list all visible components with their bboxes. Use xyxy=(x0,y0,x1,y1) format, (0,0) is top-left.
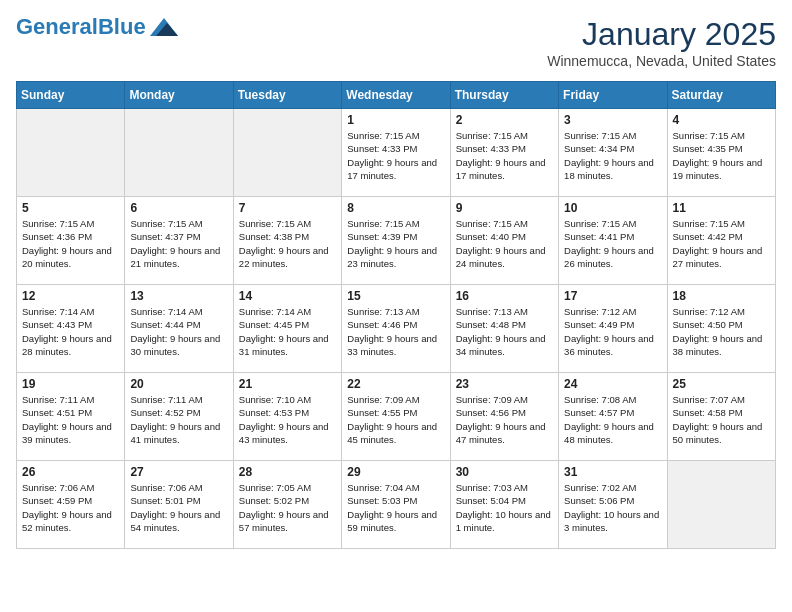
week-row-1: 1Sunrise: 7:15 AMSunset: 4:33 PMDaylight… xyxy=(17,109,776,197)
day-number: 4 xyxy=(673,113,770,127)
day-number: 19 xyxy=(22,377,119,391)
month-title: January 2025 xyxy=(547,16,776,53)
calendar-cell: 25Sunrise: 7:07 AMSunset: 4:58 PMDayligh… xyxy=(667,373,775,461)
calendar-cell: 6Sunrise: 7:15 AMSunset: 4:37 PMDaylight… xyxy=(125,197,233,285)
day-info: Sunrise: 7:02 AMSunset: 5:06 PMDaylight:… xyxy=(564,481,661,534)
calendar-cell xyxy=(17,109,125,197)
calendar-body: 1Sunrise: 7:15 AMSunset: 4:33 PMDaylight… xyxy=(17,109,776,549)
calendar-cell: 14Sunrise: 7:14 AMSunset: 4:45 PMDayligh… xyxy=(233,285,341,373)
calendar-table: SundayMondayTuesdayWednesdayThursdayFrid… xyxy=(16,81,776,549)
day-number: 1 xyxy=(347,113,444,127)
day-info: Sunrise: 7:09 AMSunset: 4:56 PMDaylight:… xyxy=(456,393,553,446)
day-info: Sunrise: 7:07 AMSunset: 4:58 PMDaylight:… xyxy=(673,393,770,446)
page-header: GeneralBlue January 2025 Winnemucca, Nev… xyxy=(16,16,776,69)
day-number: 11 xyxy=(673,201,770,215)
day-number: 31 xyxy=(564,465,661,479)
day-number: 26 xyxy=(22,465,119,479)
day-number: 16 xyxy=(456,289,553,303)
calendar-cell: 4Sunrise: 7:15 AMSunset: 4:35 PMDaylight… xyxy=(667,109,775,197)
day-number: 23 xyxy=(456,377,553,391)
calendar-cell: 21Sunrise: 7:10 AMSunset: 4:53 PMDayligh… xyxy=(233,373,341,461)
week-row-2: 5Sunrise: 7:15 AMSunset: 4:36 PMDaylight… xyxy=(17,197,776,285)
weekday-header-sunday: Sunday xyxy=(17,82,125,109)
logo-blue: Blue xyxy=(98,14,146,39)
day-number: 22 xyxy=(347,377,444,391)
calendar-cell: 7Sunrise: 7:15 AMSunset: 4:38 PMDaylight… xyxy=(233,197,341,285)
day-info: Sunrise: 7:15 AMSunset: 4:37 PMDaylight:… xyxy=(130,217,227,270)
calendar-cell: 8Sunrise: 7:15 AMSunset: 4:39 PMDaylight… xyxy=(342,197,450,285)
day-info: Sunrise: 7:15 AMSunset: 4:33 PMDaylight:… xyxy=(456,129,553,182)
header-row: SundayMondayTuesdayWednesdayThursdayFrid… xyxy=(17,82,776,109)
calendar-cell: 1Sunrise: 7:15 AMSunset: 4:33 PMDaylight… xyxy=(342,109,450,197)
calendar-cell: 26Sunrise: 7:06 AMSunset: 4:59 PMDayligh… xyxy=(17,461,125,549)
day-info: Sunrise: 7:15 AMSunset: 4:35 PMDaylight:… xyxy=(673,129,770,182)
day-info: Sunrise: 7:06 AMSunset: 4:59 PMDaylight:… xyxy=(22,481,119,534)
weekday-header-saturday: Saturday xyxy=(667,82,775,109)
day-number: 18 xyxy=(673,289,770,303)
week-row-3: 12Sunrise: 7:14 AMSunset: 4:43 PMDayligh… xyxy=(17,285,776,373)
day-info: Sunrise: 7:15 AMSunset: 4:34 PMDaylight:… xyxy=(564,129,661,182)
weekday-header-thursday: Thursday xyxy=(450,82,558,109)
calendar-cell: 31Sunrise: 7:02 AMSunset: 5:06 PMDayligh… xyxy=(559,461,667,549)
calendar-cell xyxy=(233,109,341,197)
day-number: 5 xyxy=(22,201,119,215)
day-number: 12 xyxy=(22,289,119,303)
title-block: January 2025 Winnemucca, Nevada, United … xyxy=(547,16,776,69)
day-info: Sunrise: 7:06 AMSunset: 5:01 PMDaylight:… xyxy=(130,481,227,534)
day-info: Sunrise: 7:12 AMSunset: 4:50 PMDaylight:… xyxy=(673,305,770,358)
day-number: 15 xyxy=(347,289,444,303)
day-number: 9 xyxy=(456,201,553,215)
day-number: 10 xyxy=(564,201,661,215)
week-row-4: 19Sunrise: 7:11 AMSunset: 4:51 PMDayligh… xyxy=(17,373,776,461)
calendar-cell: 2Sunrise: 7:15 AMSunset: 4:33 PMDaylight… xyxy=(450,109,558,197)
day-number: 21 xyxy=(239,377,336,391)
calendar-cell: 27Sunrise: 7:06 AMSunset: 5:01 PMDayligh… xyxy=(125,461,233,549)
day-info: Sunrise: 7:14 AMSunset: 4:45 PMDaylight:… xyxy=(239,305,336,358)
calendar-cell: 13Sunrise: 7:14 AMSunset: 4:44 PMDayligh… xyxy=(125,285,233,373)
day-info: Sunrise: 7:15 AMSunset: 4:38 PMDaylight:… xyxy=(239,217,336,270)
day-number: 28 xyxy=(239,465,336,479)
calendar-cell: 24Sunrise: 7:08 AMSunset: 4:57 PMDayligh… xyxy=(559,373,667,461)
calendar-cell: 15Sunrise: 7:13 AMSunset: 4:46 PMDayligh… xyxy=(342,285,450,373)
day-info: Sunrise: 7:04 AMSunset: 5:03 PMDaylight:… xyxy=(347,481,444,534)
calendar-cell: 20Sunrise: 7:11 AMSunset: 4:52 PMDayligh… xyxy=(125,373,233,461)
logo: GeneralBlue xyxy=(16,16,178,38)
day-info: Sunrise: 7:13 AMSunset: 4:48 PMDaylight:… xyxy=(456,305,553,358)
calendar-header: SundayMondayTuesdayWednesdayThursdayFrid… xyxy=(17,82,776,109)
calendar-cell: 22Sunrise: 7:09 AMSunset: 4:55 PMDayligh… xyxy=(342,373,450,461)
day-number: 20 xyxy=(130,377,227,391)
day-info: Sunrise: 7:15 AMSunset: 4:41 PMDaylight:… xyxy=(564,217,661,270)
calendar-cell: 16Sunrise: 7:13 AMSunset: 4:48 PMDayligh… xyxy=(450,285,558,373)
day-number: 24 xyxy=(564,377,661,391)
calendar-cell xyxy=(667,461,775,549)
day-info: Sunrise: 7:15 AMSunset: 4:39 PMDaylight:… xyxy=(347,217,444,270)
day-number: 8 xyxy=(347,201,444,215)
day-info: Sunrise: 7:05 AMSunset: 5:02 PMDaylight:… xyxy=(239,481,336,534)
day-info: Sunrise: 7:14 AMSunset: 4:43 PMDaylight:… xyxy=(22,305,119,358)
weekday-header-tuesday: Tuesday xyxy=(233,82,341,109)
day-number: 6 xyxy=(130,201,227,215)
day-info: Sunrise: 7:13 AMSunset: 4:46 PMDaylight:… xyxy=(347,305,444,358)
calendar-cell: 19Sunrise: 7:11 AMSunset: 4:51 PMDayligh… xyxy=(17,373,125,461)
day-info: Sunrise: 7:15 AMSunset: 4:40 PMDaylight:… xyxy=(456,217,553,270)
day-number: 25 xyxy=(673,377,770,391)
calendar-cell: 12Sunrise: 7:14 AMSunset: 4:43 PMDayligh… xyxy=(17,285,125,373)
calendar-cell xyxy=(125,109,233,197)
day-info: Sunrise: 7:15 AMSunset: 4:33 PMDaylight:… xyxy=(347,129,444,182)
day-info: Sunrise: 7:09 AMSunset: 4:55 PMDaylight:… xyxy=(347,393,444,446)
logo-text: GeneralBlue xyxy=(16,16,146,38)
day-number: 27 xyxy=(130,465,227,479)
calendar-cell: 18Sunrise: 7:12 AMSunset: 4:50 PMDayligh… xyxy=(667,285,775,373)
day-info: Sunrise: 7:08 AMSunset: 4:57 PMDaylight:… xyxy=(564,393,661,446)
calendar-cell: 3Sunrise: 7:15 AMSunset: 4:34 PMDaylight… xyxy=(559,109,667,197)
day-number: 7 xyxy=(239,201,336,215)
day-info: Sunrise: 7:11 AMSunset: 4:51 PMDaylight:… xyxy=(22,393,119,446)
day-info: Sunrise: 7:03 AMSunset: 5:04 PMDaylight:… xyxy=(456,481,553,534)
day-info: Sunrise: 7:12 AMSunset: 4:49 PMDaylight:… xyxy=(564,305,661,358)
day-number: 13 xyxy=(130,289,227,303)
day-info: Sunrise: 7:11 AMSunset: 4:52 PMDaylight:… xyxy=(130,393,227,446)
calendar-cell: 10Sunrise: 7:15 AMSunset: 4:41 PMDayligh… xyxy=(559,197,667,285)
calendar-cell: 5Sunrise: 7:15 AMSunset: 4:36 PMDaylight… xyxy=(17,197,125,285)
calendar-cell: 28Sunrise: 7:05 AMSunset: 5:02 PMDayligh… xyxy=(233,461,341,549)
day-number: 30 xyxy=(456,465,553,479)
